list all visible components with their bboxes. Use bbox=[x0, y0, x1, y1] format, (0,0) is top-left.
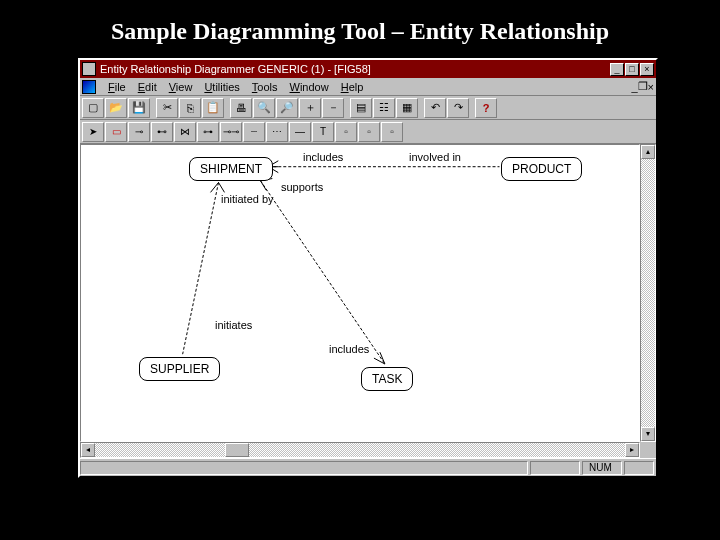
scroll-left-icon[interactable]: ◂ bbox=[81, 443, 95, 457]
rel-opt-icon[interactable]: ⊶ bbox=[197, 122, 219, 142]
rel-many-icon[interactable]: — bbox=[289, 122, 311, 142]
scroll-thumb[interactable] bbox=[225, 443, 249, 457]
mdi-close-button[interactable]: × bbox=[648, 81, 654, 93]
diagram-canvas[interactable]: SHIPMENT PRODUCT SUPPLIER TASK includes … bbox=[80, 144, 640, 442]
window-title: Entity Relationship Diagrammer GENERIC (… bbox=[100, 63, 609, 75]
app-icon bbox=[82, 62, 96, 76]
scroll-down-icon[interactable]: ▾ bbox=[641, 427, 655, 441]
find-icon[interactable]: 🔎 bbox=[276, 98, 298, 118]
menu-tools[interactable]: Tools bbox=[246, 81, 284, 93]
rel-dot-icon[interactable]: ⋯ bbox=[266, 122, 288, 142]
menu-file[interactable]: File bbox=[102, 81, 132, 93]
layer1-icon[interactable]: ▫ bbox=[335, 122, 357, 142]
rel-dash-icon[interactable]: ┄ bbox=[243, 122, 265, 142]
scroll-up-icon[interactable]: ▴ bbox=[641, 145, 655, 159]
redo-icon[interactable]: ↷ bbox=[447, 98, 469, 118]
menu-help[interactable]: Help bbox=[335, 81, 370, 93]
maximize-button[interactable]: □ bbox=[625, 63, 639, 76]
mdi-restore-button[interactable]: ❐ bbox=[638, 80, 648, 93]
print-icon[interactable]: 🖶 bbox=[230, 98, 252, 118]
entity-supplier[interactable]: SUPPLIER bbox=[139, 357, 220, 381]
status-num: NUM bbox=[582, 461, 622, 475]
tree-icon[interactable]: ☷ bbox=[373, 98, 395, 118]
rel-includes-2[interactable]: includes bbox=[329, 343, 369, 355]
rel-initiated-by[interactable]: initiated by bbox=[221, 193, 274, 205]
layer2-icon[interactable]: ▫ bbox=[358, 122, 380, 142]
minimize-button[interactable]: _ bbox=[610, 63, 624, 76]
open-icon[interactable]: 📂 bbox=[105, 98, 127, 118]
entity-tool-icon[interactable]: ▭ bbox=[105, 122, 127, 142]
status-cell-3 bbox=[624, 461, 654, 475]
entity-product[interactable]: PRODUCT bbox=[501, 157, 582, 181]
undo-icon[interactable]: ↶ bbox=[424, 98, 446, 118]
connectors bbox=[81, 145, 639, 441]
new-icon[interactable]: ▢ bbox=[82, 98, 104, 118]
rel-includes-1[interactable]: includes bbox=[303, 151, 343, 163]
menu-utilities[interactable]: Utilities bbox=[198, 81, 245, 93]
menu-window[interactable]: Window bbox=[284, 81, 335, 93]
document-icon[interactable] bbox=[82, 80, 96, 94]
status-cell-1 bbox=[530, 461, 580, 475]
copy-icon[interactable]: ⎘ bbox=[179, 98, 201, 118]
save-icon[interactable]: 💾 bbox=[128, 98, 150, 118]
rel-11-icon[interactable]: ⊷ bbox=[151, 122, 173, 142]
scroll-right-icon[interactable]: ▸ bbox=[625, 443, 639, 457]
app-window: Entity Relationship Diagrammer GENERIC (… bbox=[78, 58, 658, 478]
preview-icon[interactable]: 🔍 bbox=[253, 98, 275, 118]
help-icon[interactable]: ? bbox=[475, 98, 497, 118]
rel-1n-icon[interactable]: ⊸ bbox=[128, 122, 150, 142]
rel-id-icon[interactable]: ⊸⊸ bbox=[220, 122, 242, 142]
slide-title: Sample Diagramming Tool – Entity Relatio… bbox=[0, 0, 720, 53]
pointer-icon[interactable]: ➤ bbox=[82, 122, 104, 142]
entity-shipment[interactable]: SHIPMENT bbox=[189, 157, 273, 181]
zoom-in-icon[interactable]: ＋ bbox=[299, 98, 321, 118]
vertical-scrollbar[interactable]: ▴ ▾ bbox=[640, 144, 656, 442]
text-tool-icon[interactable]: T bbox=[312, 122, 334, 142]
svg-line-1 bbox=[260, 181, 385, 365]
props-icon[interactable]: ▤ bbox=[350, 98, 372, 118]
table-icon[interactable]: ▦ bbox=[396, 98, 418, 118]
horizontal-scrollbar[interactable]: ◂ ▸ bbox=[80, 442, 640, 458]
paste-icon[interactable]: 📋 bbox=[202, 98, 224, 118]
entity-task[interactable]: TASK bbox=[361, 367, 413, 391]
menubar: File Edit View Utilities Tools Window He… bbox=[80, 78, 656, 96]
statusbar: NUM bbox=[80, 458, 656, 476]
rel-nm-icon[interactable]: ⋈ bbox=[174, 122, 196, 142]
close-button[interactable]: × bbox=[640, 63, 654, 76]
status-message bbox=[80, 461, 528, 475]
canvas-area: SHIPMENT PRODUCT SUPPLIER TASK includes … bbox=[80, 144, 656, 442]
rel-initiates[interactable]: initiates bbox=[215, 319, 252, 331]
layer3-icon[interactable]: ▫ bbox=[381, 122, 403, 142]
scroll-corner bbox=[640, 442, 656, 458]
svg-line-2 bbox=[183, 182, 219, 354]
toolbar: ▢ 📂 💾 ✂ ⎘ 📋 🖶 🔍 🔎 ＋ － ▤ ☷ ▦ ↶ ↷ ? bbox=[80, 96, 656, 120]
menu-view[interactable]: View bbox=[163, 81, 199, 93]
titlebar[interactable]: Entity Relationship Diagrammer GENERIC (… bbox=[80, 60, 656, 78]
cut-icon[interactable]: ✂ bbox=[156, 98, 178, 118]
zoom-out-icon[interactable]: － bbox=[322, 98, 344, 118]
rel-supports[interactable]: supports bbox=[281, 181, 323, 193]
palette-bar: ➤ ▭ ⊸ ⊷ ⋈ ⊶ ⊸⊸ ┄ ⋯ — T ▫ ▫ ▫ bbox=[80, 120, 656, 144]
menu-edit[interactable]: Edit bbox=[132, 81, 163, 93]
rel-involved-in[interactable]: involved in bbox=[409, 151, 461, 163]
